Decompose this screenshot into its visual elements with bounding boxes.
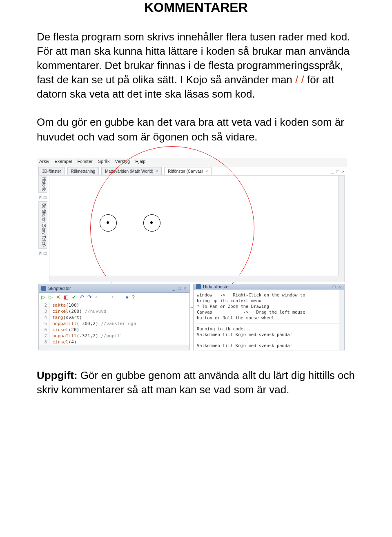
task-text: Gör en gubbe genom att använda allt du l… bbox=[37, 369, 355, 396]
page-title: KOMMENTARER bbox=[37, 0, 355, 15]
output-title: Utdatafönster bbox=[203, 284, 230, 289]
sidebar-tab-berattaren[interactable]: Berättaren (Story Teller) bbox=[38, 201, 47, 249]
output-text[interactable]: window -> Right-Click on the window tobr… bbox=[194, 290, 344, 351]
editor-title: Skripteditor bbox=[48, 286, 71, 291]
output-panel: Utdatafönster _ □ × window -> Right-Clic… bbox=[193, 284, 345, 350]
menu-fonster[interactable]: Fönster bbox=[77, 159, 92, 164]
panel-controls[interactable]: _ □ × bbox=[173, 286, 187, 291]
output-icon bbox=[196, 284, 201, 289]
drawing-canvas[interactable] bbox=[49, 175, 345, 282]
pin-icon[interactable]: ⇱ ⊡ bbox=[38, 195, 47, 200]
redo-icon[interactable]: ↷ bbox=[87, 294, 92, 300]
runw-icon[interactable]: ▷ bbox=[49, 294, 53, 300]
ball-icon[interactable]: ● bbox=[125, 294, 129, 300]
tab-3d-label: 3D-fönster bbox=[42, 169, 61, 174]
editor-toolbar: ▷ ▷ ✕ ◧ ✔ ↶ ↷ ⟵ ⟶ ● ? bbox=[39, 293, 189, 302]
back-icon[interactable]: ⟵ bbox=[95, 294, 103, 300]
slash-token: / / bbox=[295, 74, 304, 86]
editor-titlebar: Skripteditor _ □ × bbox=[39, 284, 189, 293]
panel-controls[interactable]: _ □ × bbox=[327, 284, 342, 289]
paragraph-1: De flesta program som skrivs innehåller … bbox=[37, 30, 355, 101]
task-paragraph: Uppgift: Gör en gubbe genom att använda … bbox=[37, 368, 355, 397]
check-icon[interactable]: ✔ bbox=[72, 294, 76, 300]
tab-rakne[interactable]: Räkneträning bbox=[67, 167, 99, 176]
stop-icon[interactable]: ◧ bbox=[64, 294, 69, 300]
sidebar-tab-historik[interactable]: Historik bbox=[38, 175, 47, 193]
tab-3d[interactable]: 3D-fönster bbox=[38, 167, 65, 176]
script-editor-panel: Skripteditor _ □ × ▷ ▷ ✕ ◧ ✔ ↶ ↷ ⟵ ⟶ ● ?… bbox=[38, 284, 190, 350]
help-icon[interactable]: ? bbox=[132, 294, 135, 300]
editor-icon bbox=[41, 286, 46, 291]
code-area[interactable]: 2sakta(100)3cirkel(200) //huvuvd4färg(sv… bbox=[39, 302, 189, 350]
stepover-icon[interactable]: ✕ bbox=[56, 294, 60, 300]
tab-rakne-label: Räkneträning bbox=[71, 169, 95, 174]
run-icon[interactable]: ▷ bbox=[41, 294, 45, 300]
menu-sprak[interactable]: Språk bbox=[98, 159, 110, 164]
fwd-icon[interactable]: ⟶ bbox=[106, 294, 114, 300]
window-controls[interactable]: _ □ × bbox=[331, 169, 345, 174]
left-sidebar: Historik ⇱ ⊡ Berättaren (Story Teller) ⇱… bbox=[38, 175, 47, 281]
paragraph-2: Om du gör en gubbe kan det vara bra att … bbox=[37, 115, 355, 144]
menu-exempel[interactable]: Exempel bbox=[55, 159, 72, 164]
right-pupil bbox=[150, 221, 153, 224]
output-titlebar: Utdatafönster _ □ × bbox=[194, 284, 344, 290]
scrollbar-horizontal[interactable] bbox=[49, 276, 339, 282]
kojo-screenshot: Arkiv Exempel Fönster Språk Verktyg Hjäl… bbox=[37, 158, 347, 352]
menu-arkiv[interactable]: Arkiv bbox=[39, 159, 49, 164]
left-pupil bbox=[107, 221, 109, 224]
scrollbar-vertical[interactable] bbox=[338, 176, 344, 282]
undo-icon[interactable]: ↶ bbox=[80, 294, 84, 300]
task-label: Uppgift: bbox=[37, 369, 78, 381]
pin-icon[interactable]: ⇱ ⊡ bbox=[38, 251, 47, 256]
